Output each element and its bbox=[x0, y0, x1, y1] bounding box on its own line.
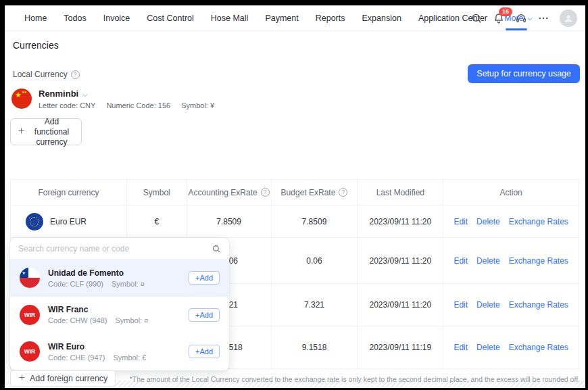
app-window: Home Todos Invoice Cost Control Hose Mal… bbox=[5, 5, 585, 388]
currency-symbol: Symbol: ¥ bbox=[181, 101, 214, 109]
nav-item-payment[interactable]: Payment bbox=[265, 14, 298, 23]
currency-cell: Euro EUR bbox=[11, 205, 127, 237]
dropdown-currency-code: Code: CHE (947) bbox=[48, 354, 105, 362]
search-icon bbox=[212, 244, 221, 253]
help-icon[interactable] bbox=[339, 188, 347, 197]
nav-item-reports[interactable]: Reports bbox=[316, 14, 345, 23]
help-icon[interactable] bbox=[261, 188, 270, 197]
chile-flag-icon: ★ bbox=[20, 268, 40, 288]
nav-item-invoice[interactable]: Invoice bbox=[103, 14, 130, 23]
budget-exrate-cell: 9.1518 bbox=[272, 326, 358, 368]
dropdown-currency-symbol: Symbol: € bbox=[113, 354, 146, 362]
budget-exrate-cell: 7.321 bbox=[272, 284, 358, 326]
header-foreign-currency: Foreign currency bbox=[11, 180, 127, 205]
dropdown-item-wir-euro[interactable]: WIR WIR Euro Code: CHE (947) Symbol: € +… bbox=[10, 333, 229, 370]
delete-link[interactable]: Delete bbox=[476, 343, 500, 352]
nav-item-todos[interactable]: Todos bbox=[64, 14, 86, 23]
table-row: Euro EUR € 7.8509 7.8509 2023/09/11 11:2… bbox=[11, 205, 579, 238]
numeric-code: Numeric Code: 156 bbox=[106, 101, 170, 109]
delete-link[interactable]: Delete bbox=[476, 300, 500, 310]
eu-flag-icon bbox=[26, 213, 43, 230]
header-budget-exrate: Budget ExRate bbox=[272, 180, 358, 205]
action-cell: Edit Delete Exchange Rates bbox=[443, 284, 579, 326]
last-modified-cell: 2023/09/11 11:19 bbox=[358, 326, 443, 368]
action-cell: Edit Delete Exchange Rates bbox=[443, 238, 579, 283]
dropdown-item-unidad-de-fomento[interactable]: ★ Unidad de Fomento Code: CLF (990) Symb… bbox=[10, 260, 229, 297]
table-header-row: Foreign currency Symbol Accounting ExRat… bbox=[11, 180, 579, 205]
add-currency-button[interactable]: +Add bbox=[189, 345, 220, 358]
last-modified-cell: 2023/09/11 11:20 bbox=[358, 205, 443, 237]
last-modified-cell: 2023/09/11 11:20 bbox=[358, 238, 443, 283]
dropdown-item-wir-franc[interactable]: WIR WIR Franc Code: CHW (948) Symbol: ¤ … bbox=[10, 297, 229, 334]
headset-icon[interactable] bbox=[515, 12, 527, 24]
header-symbol: Symbol bbox=[127, 180, 187, 205]
currency-search-input[interactable] bbox=[18, 244, 212, 253]
wir-logo-icon: WIR bbox=[20, 305, 40, 325]
edit-link[interactable]: Edit bbox=[454, 300, 468, 310]
local-currency-label-text: Local Currency bbox=[13, 70, 68, 79]
help-icon[interactable] bbox=[71, 70, 80, 79]
avatar[interactable] bbox=[560, 9, 577, 27]
currency-search-dropdown: ★ Unidad de Fomento Code: CLF (990) Symb… bbox=[10, 238, 229, 370]
nav-item-cost-control[interactable]: Cost Control bbox=[147, 14, 193, 23]
action-cell: Edit Delete Exchange Rates bbox=[443, 326, 579, 368]
letter-code: Letter code: CNY bbox=[39, 101, 95, 109]
local-currency-block: ★★★ Renminbi Letter code: CNY Numeric Co… bbox=[11, 89, 214, 109]
add-currency-button[interactable]: +Add bbox=[189, 308, 220, 322]
top-navbar: Home Todos Invoice Cost Control Hose Mal… bbox=[5, 5, 585, 31]
accounting-exrate-cell: 7.8509 bbox=[187, 205, 272, 237]
setup-currency-usage-button[interactable]: Setup for currency usage bbox=[468, 64, 580, 83]
local-currency-label: Local Currency bbox=[13, 70, 80, 79]
nav-items: Home Todos Invoice Cost Control Hose Mal… bbox=[5, 14, 533, 23]
header-last-modified: Last Modified bbox=[358, 180, 443, 205]
local-currency-name: Renminbi bbox=[39, 89, 78, 99]
dropdown-currency-name: Unidad de Fomento bbox=[48, 268, 180, 278]
exchange-rate-footnote: *The amount of the Local Currency conver… bbox=[130, 375, 580, 383]
dropdown-currency-name: WIR Euro bbox=[48, 342, 180, 351]
symbol-cell: € bbox=[127, 205, 187, 237]
exchange-rates-link[interactable]: Exchange Rates bbox=[509, 300, 568, 310]
nav-right-icons: 16 bbox=[470, 5, 577, 31]
nav-item-expansion[interactable]: Expansion bbox=[362, 14, 401, 23]
dropdown-currency-name: WIR Franc bbox=[48, 305, 180, 314]
exchange-rates-link[interactable]: Exchange Rates bbox=[509, 343, 568, 352]
budget-exrate-cell: 0.06 bbox=[272, 238, 358, 283]
delete-link[interactable]: Delete bbox=[476, 256, 500, 266]
dropdown-currency-code: Code: CLF (990) bbox=[48, 280, 103, 288]
search-icon[interactable] bbox=[470, 12, 483, 24]
exchange-rates-link[interactable]: Exchange Rates bbox=[509, 256, 568, 266]
add-functional-currency-button[interactable]: Add functional currency bbox=[10, 118, 82, 145]
currency-name: Euro EUR bbox=[50, 217, 87, 226]
china-flag-icon: ★★★ bbox=[11, 89, 32, 109]
dropdown-currency-symbol: Symbol: ¤ bbox=[115, 316, 148, 324]
page-title: Currencies bbox=[13, 40, 59, 51]
notification-badge: 16 bbox=[499, 7, 512, 16]
plus-icon bbox=[18, 127, 25, 137]
bell-icon[interactable]: 16 bbox=[493, 12, 505, 24]
add-currency-button[interactable]: +Add bbox=[189, 271, 220, 285]
add-foreign-currency-label: Add foreign currency bbox=[30, 374, 107, 383]
budget-exrate-cell: 7.8509 bbox=[272, 205, 358, 237]
add-functional-currency-label: Add functional currency bbox=[29, 117, 75, 147]
plus-icon bbox=[18, 374, 26, 383]
exchange-rates-link[interactable]: Exchange Rates bbox=[509, 217, 568, 226]
edit-link[interactable]: Edit bbox=[454, 217, 468, 226]
action-cell: Edit Delete Exchange Rates bbox=[443, 205, 579, 237]
dropdown-currency-symbol: Symbol: ¤ bbox=[112, 280, 145, 288]
dropdown-currency-code: Code: CHW (948) bbox=[48, 316, 107, 324]
more-options-icon[interactable] bbox=[537, 12, 549, 24]
delete-link[interactable]: Delete bbox=[476, 217, 500, 226]
nav-item-home[interactable]: Home bbox=[24, 14, 47, 23]
header-action: Action bbox=[443, 180, 579, 205]
chevron-down-icon[interactable] bbox=[82, 91, 89, 97]
wir-logo-icon: WIR bbox=[20, 341, 40, 362]
currency-search-row bbox=[10, 238, 229, 260]
edit-link[interactable]: Edit bbox=[454, 343, 468, 352]
edit-link[interactable]: Edit bbox=[454, 256, 468, 266]
nav-item-hose-mall[interactable]: Hose Mall bbox=[211, 14, 249, 23]
add-foreign-currency-button[interactable]: Add foreign currency bbox=[10, 370, 116, 387]
last-modified-cell: 2023/09/11 11:20 bbox=[358, 284, 443, 326]
header-accounting-exrate: Accounting ExRate bbox=[187, 180, 272, 205]
